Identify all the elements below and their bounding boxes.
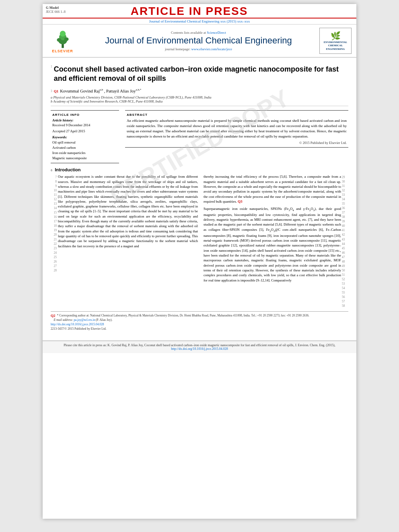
author2-sup: a,b,* xyxy=(136,88,142,91)
svg-point-5 xyxy=(64,37,68,41)
email-address[interactable]: pa.joy@ncl.res.in xyxy=(74,318,95,322)
elsevier-logo: ELSEVIER xyxy=(47,29,78,53)
ln21: 21 xyxy=(51,237,57,242)
rn34: 34 xyxy=(342,197,348,201)
sciencedirect-link[interactable]: ScienceDirect xyxy=(207,31,226,35)
line-num-6: 6 xyxy=(51,168,52,172)
journal-logo-icon: 🌿 xyxy=(331,31,341,41)
line-num-3: 3 xyxy=(51,89,52,93)
rn29: 29 xyxy=(342,175,348,179)
abstract-box: ABSTRACT An efficient magnetic adsorbent… xyxy=(125,110,348,148)
journal-logo-text: ENVIRONMENTAL CHEMICAL ENGINEERING xyxy=(324,41,348,51)
article-info-box: ARTICLE INFO Article history: Received 9… xyxy=(51,110,119,163)
q2-marker: Q2 xyxy=(51,314,56,318)
rn53: 53 xyxy=(342,281,348,286)
article-in-press-text: ARTICLE IN PRESS xyxy=(74,6,305,17)
g-model-label: G Model xyxy=(46,6,66,10)
rn36: 36 xyxy=(342,206,348,210)
footnote-doi: http://dx.doi.org/10.1016/j.jece.2015.04… xyxy=(51,322,348,326)
ln16: 16 xyxy=(51,215,57,219)
doi-link[interactable]: http://dx.doi.org/10.1016/j.jece.2015.04… xyxy=(51,322,104,326)
affiliations: a Physical and Materials Chemistry Divis… xyxy=(51,95,348,103)
journal-logo-box: 🌿 ENVIRONMENTAL CHEMICAL ENGINEERING xyxy=(319,28,352,54)
rn49: 49 xyxy=(342,264,348,268)
intro-right-col: thereby increasing the total efficiency … xyxy=(204,174,341,308)
left-line-numbers: 7 8 9 10 11 12 13 14 15 16 17 18 19 20 xyxy=(51,174,58,308)
q1-marker: Q1 xyxy=(54,89,59,93)
article-title-section: 1 Coconut shell based activated carbon–i… xyxy=(51,61,348,106)
rn31: 31 xyxy=(342,184,348,188)
ln12: 12 xyxy=(51,197,57,201)
intro-left-col: Our aquatic ecosystem is under constant … xyxy=(58,174,198,308)
keyword-3: Iron oxide nanoparticles xyxy=(52,150,117,156)
intro-para-left: Our aquatic ecosystem is under constant … xyxy=(58,174,198,249)
article-info-col: ARTICLE INFO Article history: Received 9… xyxy=(51,110,119,163)
ln8: 8 xyxy=(51,179,57,184)
history-label: Article history: xyxy=(52,118,117,122)
journal-header: ELSEVIER Contents lists available at Sci… xyxy=(43,25,356,58)
intro-para-right-2: Superparamagnetic iron oxide nanoparticl… xyxy=(204,206,341,283)
footnotes-section: Q2 * Corresponding author at: National C… xyxy=(51,311,348,331)
article-in-press-banner: ARTICLE IN PRESS xyxy=(66,6,313,17)
footnote-email: E-mail address: pa.joy@ncl.res.in (P. Al… xyxy=(51,318,348,322)
rn55: 55 xyxy=(342,290,348,295)
rn37: 37 xyxy=(342,210,348,215)
homepage-line: journal homepage: www.elsevier.com/locat… xyxy=(82,47,315,51)
ln19: 19 xyxy=(51,228,57,232)
info-abstract-section: ARTICLE INFO Article history: Received 9… xyxy=(51,110,348,163)
journal-subtitle: Journal of Environmental Chemical Engine… xyxy=(43,18,356,25)
rn52: 52 xyxy=(342,277,348,281)
accepted-date: Accepted 27 April 2015 xyxy=(52,129,117,133)
elsevier-text: ELSEVIER xyxy=(52,49,73,53)
ln24: 24 xyxy=(51,251,57,255)
affil2: b Academy of Scientific and Innovative R… xyxy=(51,99,348,103)
rn44: 44 xyxy=(342,242,348,246)
rn41: 41 xyxy=(342,228,348,232)
right-col-with-nums: thereby increasing the total efficiency … xyxy=(204,174,348,308)
received-date: Received 9 December 2014 xyxy=(52,123,117,127)
article-info-heading: ARTICLE INFO xyxy=(52,113,117,117)
ln28: 28 xyxy=(51,268,57,273)
rn39: 39 xyxy=(342,219,348,224)
line-num-1: 1 xyxy=(51,65,52,68)
rn50: 50 xyxy=(342,268,348,273)
ln14: 14 xyxy=(51,206,57,210)
ln15: 15 xyxy=(51,210,57,215)
rn35: 35 xyxy=(342,201,348,206)
rn42: 42 xyxy=(342,232,348,237)
ln18: 18 xyxy=(51,224,57,228)
author1-sup: a,b xyxy=(100,88,103,91)
journal-title-block: Contents lists available at ScienceDirec… xyxy=(82,31,315,51)
rn56: 56 xyxy=(342,295,348,299)
rn32: 32 xyxy=(342,188,348,193)
ln23: 23 xyxy=(51,246,57,251)
ln9: 9 xyxy=(51,184,57,188)
q3-marker: Q3 xyxy=(238,199,243,203)
keywords-list: Oil spill removal Activated carbon Iron … xyxy=(52,140,117,160)
jece-label: JECE 666 1–8 xyxy=(46,10,66,14)
ln10: 10 xyxy=(51,188,57,193)
abstract-col: ABSTRACT An efficient magnetic adsorbent… xyxy=(125,110,348,163)
authors-line: Kovummal Govind Raja,b , Pattayil Alias … xyxy=(60,88,141,93)
author2-name: , Pattayil Alias Joy xyxy=(104,88,136,93)
rn45: 45 xyxy=(342,246,348,251)
intro-section-title: 6 Introduction xyxy=(51,167,348,172)
abstract-text: An efficient magnetic adsorbent nanocomp… xyxy=(127,118,347,139)
email-label: E-mail address: xyxy=(54,318,73,322)
svg-point-3 xyxy=(60,31,66,37)
bottom-strip: Please cite this article in press as: K.… xyxy=(43,341,356,353)
keyword-1: Oil spill removal xyxy=(52,140,117,145)
ln13: 13 xyxy=(51,201,57,206)
rn38: 38 xyxy=(342,215,348,219)
keyword-2: Activated carbon xyxy=(52,145,117,150)
rn33: 33 xyxy=(342,193,348,197)
main-content: 1 Coconut shell based activated carbon–i… xyxy=(43,58,356,335)
author1-name: Kovummal Govind Raj xyxy=(60,88,100,93)
footnote-q2-row: Q2 * Corresponding author at: National C… xyxy=(51,314,348,318)
left-col-with-nums: 7 8 9 10 11 12 13 14 15 16 17 18 19 20 xyxy=(51,174,198,308)
journal-name: Journal of Environmental Chemical Engine… xyxy=(82,35,315,46)
bottom-strip-url[interactable]: http://dx.doi.org/10.1016/j.jece.2015.04… xyxy=(171,347,228,351)
elsevier-tree-icon xyxy=(51,29,75,49)
top-bar: G Model JECE 666 1–8 ARTICLE IN PRESS xyxy=(43,4,356,18)
homepage-url[interactable]: www.elsevier.com/locate/jece xyxy=(191,47,232,51)
